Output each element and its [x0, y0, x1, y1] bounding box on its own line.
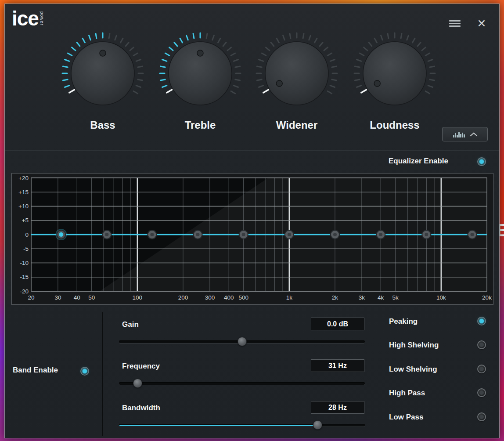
- filter-high-pass-led[interactable]: [477, 388, 486, 397]
- frequency-value-box[interactable]: 31 Hz: [311, 359, 364, 372]
- filter-type-high-shelving-label: High Shelving: [389, 340, 470, 351]
- led-dot: [479, 367, 484, 371]
- svg-text:+5: +5: [22, 217, 29, 224]
- gain-value-box[interactable]: 0.0 dB: [311, 318, 364, 330]
- filter-type-low-pass-label: Low Pass: [389, 412, 470, 423]
- filter-type-high-pass-label: High Pass: [389, 388, 470, 398]
- app-window: ice power ✕: [4, 4, 500, 438]
- svg-text:500: 500: [238, 294, 248, 301]
- band-enable-led[interactable]: [80, 367, 89, 376]
- led-dot: [479, 343, 484, 347]
- svg-text:-15: -15: [20, 274, 29, 280]
- bass-knob[interactable]: [61, 32, 144, 115]
- svg-text:+20: +20: [18, 175, 29, 181]
- svg-text:-5: -5: [23, 246, 29, 252]
- chevron-up-icon: [470, 132, 478, 137]
- frequency-slider[interactable]: [119, 379, 365, 388]
- svg-text:400: 400: [224, 294, 234, 301]
- led-dot: [479, 159, 484, 164]
- eq-graph[interactable]: +20+15+10+50-5-10-15-2020304050100200300…: [11, 173, 493, 305]
- svg-text:3k: 3k: [359, 294, 365, 301]
- treble-knob-label: Treble: [156, 119, 244, 131]
- bandwidth-slider[interactable]: [119, 420, 365, 430]
- led-dot: [479, 415, 484, 419]
- svg-text:+10: +10: [18, 203, 29, 210]
- filter-low-pass-led[interactable]: [477, 412, 486, 421]
- widener-knob-label: Widener: [253, 119, 341, 131]
- svg-text:200: 200: [178, 294, 188, 301]
- svg-text:30: 30: [54, 294, 61, 301]
- slider-fill: [119, 425, 318, 426]
- slider-track: [119, 382, 365, 385]
- hamburger-bar: [449, 25, 461, 27]
- equalizer-bars-icon: [453, 131, 466, 138]
- logo-subtext: power: [40, 11, 44, 25]
- filter-type-peaking-label: Peaking: [389, 316, 470, 327]
- bandwidth-value-box[interactable]: 28 Hz: [311, 401, 364, 414]
- filter-high-shelving-led[interactable]: [477, 340, 486, 349]
- hamburger-bar: [449, 23, 461, 24]
- svg-text:1k: 1k: [286, 294, 293, 301]
- frequency-slider-thumb[interactable]: [133, 379, 142, 388]
- svg-text:50: 50: [88, 294, 95, 301]
- led-dot: [479, 390, 484, 395]
- bandwidth-slider-thumb[interactable]: [313, 420, 322, 430]
- section-divider: [5, 150, 499, 151]
- filter-low-shelving-led[interactable]: [477, 365, 486, 373]
- svg-text:300: 300: [205, 294, 215, 301]
- svg-text:10k: 10k: [436, 294, 446, 301]
- svg-text:+15: +15: [18, 189, 29, 195]
- widener-knob[interactable]: [255, 32, 338, 115]
- svg-text:20: 20: [28, 294, 34, 301]
- svg-text:5k: 5k: [392, 294, 399, 301]
- gain-slider-thumb[interactable]: [238, 337, 247, 346]
- treble-knob[interactable]: [158, 32, 242, 115]
- svg-text:-10: -10: [20, 260, 29, 266]
- frequency-label: Frequency: [122, 360, 160, 372]
- equalizer-enable-label: Equalizer Enable: [389, 157, 448, 166]
- svg-text:2k: 2k: [332, 294, 338, 301]
- svg-text:100: 100: [133, 294, 143, 301]
- loudness-knob[interactable]: [353, 32, 436, 115]
- logo-text: ice: [12, 8, 39, 29]
- led-dot: [83, 369, 87, 373]
- band-enable-label: Band Enable: [13, 366, 58, 375]
- hamburger-menu-icon[interactable]: [449, 20, 461, 27]
- vertical-divider: [102, 312, 103, 436]
- svg-text:40: 40: [74, 294, 80, 301]
- gain-label: Gain: [122, 318, 139, 330]
- svg-text:20k: 20k: [482, 294, 492, 301]
- close-icon[interactable]: ✕: [475, 17, 488, 29]
- filter-peaking-led[interactable]: [477, 317, 486, 325]
- gain-slider[interactable]: [119, 337, 365, 346]
- loudness-knob-label: Loudness: [351, 119, 439, 131]
- bandwidth-label: Bandwidth: [122, 402, 160, 414]
- bass-knob-label: Bass: [59, 119, 147, 131]
- filter-type-low-shelving-label: Low Shelving: [389, 364, 470, 375]
- hamburger-bar: [449, 20, 461, 22]
- equalizer-enable-led[interactable]: [477, 157, 486, 166]
- svg-text:0: 0: [25, 231, 29, 238]
- eq-panel-toggle-button[interactable]: [442, 127, 488, 141]
- svg-text:4k: 4k: [378, 294, 384, 301]
- led-dot: [479, 319, 484, 323]
- icepower-logo: ice power: [12, 8, 44, 29]
- svg-text:-20: -20: [20, 288, 29, 295]
